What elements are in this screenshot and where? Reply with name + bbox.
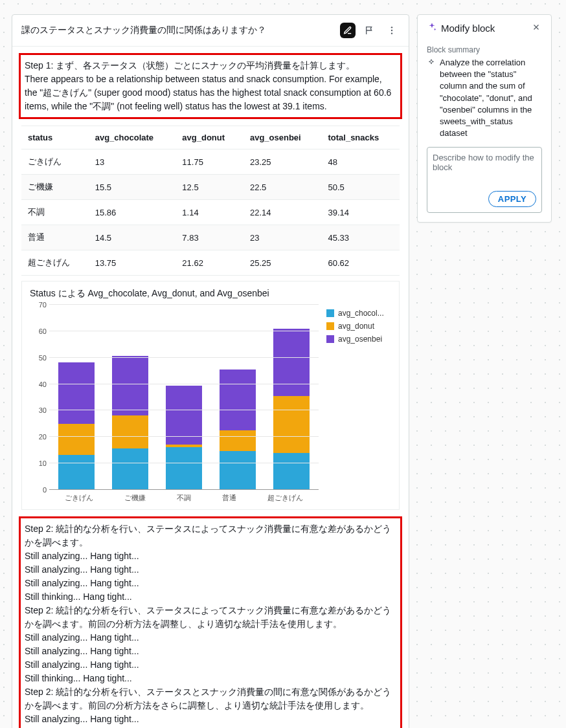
analysis-block: 課のステータスとスナック消費量の間に関係はありますか？ Step 1: まず、各… [12,14,409,728]
x-tick-label: 超ごきげん [267,493,303,503]
sparkle-icon [427,22,437,34]
table-header: status [21,126,89,149]
log-line: Still analyzing... Hang tight... [25,658,396,672]
y-tick-label: 0 [30,486,47,494]
block-summary-text: Analyze the correlation between the "sta… [440,57,542,139]
chart-title: Status による Avg_chocolate, Avg_donut, and… [30,288,391,300]
x-tick-label: 不調 [177,493,191,503]
log-line: Still analyzing... Hang tight... [25,712,396,726]
avg-snack-table: statusavg_chocolateavg_donutavg_osenbeit… [21,126,400,276]
log-line: Still analyzing... Hang tight... [25,631,396,645]
block-summary-label: Block summary [427,45,542,54]
log-line: Step 2: 統計的な分析を行い、ステータスによってスナック消費量に有意な差が… [25,604,396,631]
bar-group [273,305,310,489]
log-line: Still analyzing... Hang tight... [25,563,396,577]
y-tick-label: 50 [30,354,47,362]
x-tick-label: ごきげん [65,493,93,503]
side-panel-title: Modify block [441,23,526,34]
bar-group [220,305,256,489]
y-tick-label: 60 [30,327,47,335]
table-row: ご機嫌15.512.522.550.5 [21,175,400,200]
block-header: 課のステータスとスナック消費量の間に関係はありますか？ [12,23,409,47]
bar-group [58,305,95,489]
table-header: total_snacks [321,126,400,149]
x-tick-label: 普通 [222,493,236,503]
close-icon[interactable] [530,21,542,35]
log-line: Still thinking... Hang tight... [25,590,396,604]
step2-log-highlight: Step 2: 統計的な分析を行い、ステータスによってスナック消費量に有意な差が… [19,516,402,728]
log-line: Still analyzing... Hang tight... [25,645,396,658]
bar-group [112,305,148,489]
y-tick-label: 70 [30,301,47,309]
y-tick-label: 30 [30,406,47,414]
svg-point-2 [391,32,392,34]
block-header-actions [340,23,400,38]
step1-highlight: Step 1: まず、各ステータス（状態）ごとにスナックの平均消費量を計算します… [19,53,402,119]
bar-group [166,305,202,489]
edit-block-icon[interactable] [340,23,356,38]
block-question: 課のステータスとスナック消費量の間に関係はありますか？ [21,25,340,36]
x-tick-label: ご機嫌 [124,493,146,503]
sparkle-icon [427,58,436,139]
svg-point-0 [391,27,392,28]
plot-area: 010203040506070 ごきげんご機嫌不調普通超ごきげん [30,305,319,505]
table-row: 超ごきげん13.7521.6225.2560.62 [21,250,400,276]
table-row: 普通14.57.832345.33 [21,225,400,250]
step1-heading: Step 1: まず、各ステータス（状態）ごとにスナックの平均消費量を計算します… [25,59,396,72]
table-header: avg_osenbei [243,126,322,149]
chart-legend: avg_chocol... avg_donut avg_osenbei [326,305,391,505]
modify-block-panel: Modify block Block summary Analyze the c… [417,14,552,223]
log-line: Still analyzing... Hang tight... [25,549,396,563]
table-header: avg_donut [175,126,243,149]
table-header: avg_chocolate [89,126,176,149]
table-row: 不調15.861.1422.1439.14 [21,200,400,225]
y-tick-label: 20 [30,433,47,441]
modify-input[interactable] [433,153,536,189]
y-tick-label: 40 [30,381,47,388]
step1-body: There appears to be a relationship betwe… [25,72,396,113]
log-line: Step 2: 統計的な分析を行い、ステータスとスナック消費量の間に有意な関係が… [25,685,396,712]
y-tick-label: 10 [30,459,47,467]
log-line: Still thinking... Hang tight... [25,672,396,685]
legend-item-chocolate: avg_chocol... [326,309,391,318]
flag-icon[interactable] [362,23,378,38]
log-line: Step 2: 統計的な分析を行い、ステータスによってスナック消費量に有意な差が… [25,522,396,549]
legend-item-osenbei: avg_osenbei [326,335,391,344]
apply-button[interactable]: APPLY [488,191,536,207]
more-menu-icon[interactable] [384,23,400,38]
svg-point-1 [391,30,392,31]
legend-item-donut: avg_donut [326,322,391,331]
table-row: ごきげん1311.7523.2548 [21,149,400,175]
stacked-bar-chart: Status による Avg_chocolate, Avg_donut, and… [21,281,400,510]
block-summary: Analyze the correlation between the "sta… [427,57,542,139]
modify-input-box: APPLY [427,147,542,213]
log-line: Still analyzing... Hang tight... [25,577,396,590]
